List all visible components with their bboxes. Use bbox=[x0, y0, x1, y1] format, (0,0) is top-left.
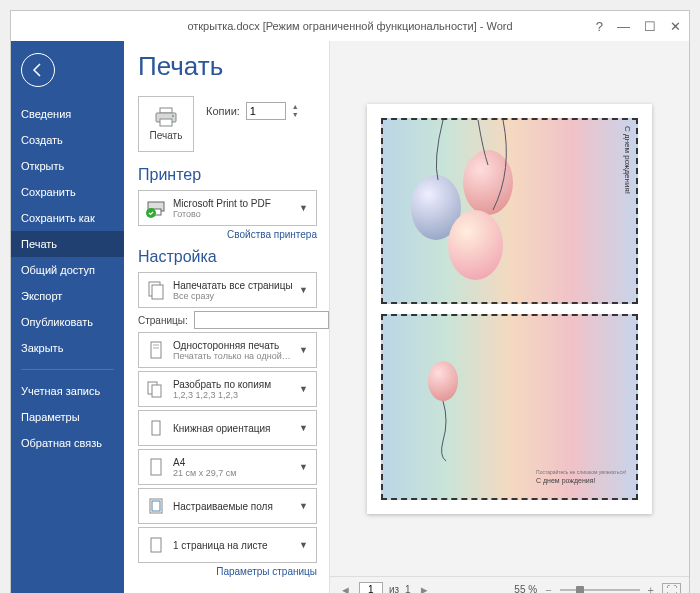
margins-dropdown[interactable]: Настраиваемые поля ▼ bbox=[138, 488, 317, 524]
maximize-icon[interactable]: ☐ bbox=[644, 19, 656, 34]
print-row: Печать Копии: ▲▼ bbox=[138, 96, 317, 152]
settings-section-title: Настройка bbox=[138, 248, 317, 266]
duplex-line1: Односторонняя печать bbox=[173, 340, 295, 351]
svg-rect-13 bbox=[152, 385, 161, 397]
sidebar-item-export[interactable]: Экспорт bbox=[11, 283, 124, 309]
copies-control: Копии: ▲▼ bbox=[206, 102, 299, 120]
body: Сведения Создать Открыть Сохранить Сохра… bbox=[11, 41, 689, 593]
chevron-down-icon: ▼ bbox=[295, 540, 312, 550]
sidebar-item-feedback[interactable]: Обратная связь bbox=[11, 430, 124, 456]
app-window: открытка.docx [Режим ограниченной функци… bbox=[10, 10, 690, 593]
prev-page-button[interactable]: ◄ bbox=[338, 584, 353, 594]
oneside-icon bbox=[145, 339, 167, 361]
duplex-dropdown[interactable]: Односторонняя печать Печатать только на … bbox=[138, 332, 317, 368]
copies-label: Копии: bbox=[206, 105, 240, 117]
svg-rect-8 bbox=[152, 285, 163, 299]
zoom-in-button[interactable]: + bbox=[646, 584, 656, 594]
svg-rect-18 bbox=[151, 538, 161, 552]
page-of-label: из bbox=[389, 584, 399, 593]
paper-size-line1: A4 bbox=[173, 457, 295, 468]
zoom-fit-button[interactable]: ⛶ bbox=[662, 583, 681, 594]
window-controls: ? — ☐ ✕ bbox=[596, 19, 681, 34]
sidebar-item-publish[interactable]: Опубликовать bbox=[11, 309, 124, 335]
card1-text: С днем рождения! bbox=[623, 126, 632, 194]
sidebar-item-close[interactable]: Закрыть bbox=[11, 335, 124, 361]
print-range-line2: Все сразу bbox=[173, 291, 295, 301]
page-total: 1 bbox=[405, 584, 411, 593]
card2-big-text: С днем рождения! bbox=[536, 477, 626, 484]
printer-icon bbox=[154, 107, 178, 127]
window-title: открытка.docx [Режим ограниченной функци… bbox=[187, 20, 512, 32]
sidebar-item-open[interactable]: Открыть bbox=[11, 153, 124, 179]
pages-icon bbox=[145, 279, 167, 301]
sidebar-item-print[interactable]: Печать bbox=[11, 231, 124, 257]
card-front: С днем рождения! bbox=[381, 118, 638, 304]
duplex-line2: Печатать только на одной… bbox=[173, 351, 295, 361]
chevron-down-icon: ▼ bbox=[295, 203, 312, 213]
ppp-icon bbox=[145, 534, 167, 556]
card2-text-block: Постарайтесь не слишком увлекаться! С дн… bbox=[536, 469, 626, 484]
collate-line2: 1,2,3 1,2,3 1,2,3 bbox=[173, 390, 295, 400]
settings-panel: Печать Печать Копии: ▲ bbox=[124, 41, 329, 593]
sidebar-item-options[interactable]: Параметры bbox=[11, 404, 124, 430]
zoom-slider[interactable] bbox=[560, 589, 640, 591]
printer-status: Готово bbox=[173, 209, 295, 219]
pages-row: Страницы: i bbox=[138, 311, 317, 329]
copies-spinner[interactable]: ▲▼ bbox=[292, 103, 299, 119]
zoom-out-button[interactable]: − bbox=[543, 584, 553, 594]
balloon-string-icon bbox=[441, 401, 451, 461]
paper-size-dropdown[interactable]: A4 21 см x 29,7 см ▼ bbox=[138, 449, 317, 485]
sidebar-item-save[interactable]: Сохранить bbox=[11, 179, 124, 205]
portrait-icon bbox=[145, 417, 167, 439]
svg-point-3 bbox=[172, 115, 174, 117]
back-arrow-icon bbox=[30, 62, 46, 78]
print-range-dropdown[interactable]: Напечатать все страницы Все сразу ▼ bbox=[138, 272, 317, 308]
collate-dropdown[interactable]: Разобрать по копиям 1,2,3 1,2,3 1,2,3 ▼ bbox=[138, 371, 317, 407]
chevron-down-icon: ▼ bbox=[295, 384, 312, 394]
printer-dropdown[interactable]: Microsoft Print to PDF Готово ▼ bbox=[138, 190, 317, 226]
sidebar-item-share[interactable]: Общий доступ bbox=[11, 257, 124, 283]
print-button-label: Печать bbox=[150, 130, 183, 141]
balloon-icon bbox=[428, 361, 458, 401]
chevron-down-icon: ▼ bbox=[295, 423, 312, 433]
sidebar-item-account[interactable]: Учетная запись bbox=[11, 378, 124, 404]
card2-small-text: Постарайтесь не слишком увлекаться! bbox=[536, 469, 626, 475]
back-button[interactable] bbox=[21, 53, 55, 87]
help-icon[interactable]: ? bbox=[596, 19, 603, 34]
page-setup-link[interactable]: Параметры страницы bbox=[138, 566, 317, 577]
pages-input[interactable] bbox=[194, 311, 329, 329]
next-page-button[interactable]: ► bbox=[417, 584, 432, 594]
orientation-line1: Книжная ориентация bbox=[173, 423, 295, 434]
copies-input[interactable] bbox=[246, 102, 286, 120]
pagespersheet-dropdown[interactable]: 1 страница на листе ▼ bbox=[138, 527, 317, 563]
preview-footer: ◄ из 1 ► 55 % − + ⛶ bbox=[330, 576, 689, 593]
collate-line1: Разобрать по копиям bbox=[173, 379, 295, 390]
ppp-line1: 1 страница на листе bbox=[173, 540, 295, 551]
svg-rect-2 bbox=[160, 119, 172, 126]
chevron-down-icon: ▼ bbox=[295, 501, 312, 511]
close-icon[interactable]: ✕ bbox=[670, 19, 681, 34]
paper-size-line2: 21 см x 29,7 см bbox=[173, 468, 295, 478]
card-back: Постарайтесь не слишком увлекаться! С дн… bbox=[381, 314, 638, 500]
svg-rect-15 bbox=[151, 459, 161, 475]
chevron-down-icon: ▼ bbox=[295, 345, 312, 355]
svg-rect-14 bbox=[152, 421, 160, 435]
page-title: Печать bbox=[138, 51, 317, 82]
printer-properties-link[interactable]: Свойства принтера bbox=[138, 229, 317, 240]
collate-icon bbox=[145, 378, 167, 400]
margins-icon bbox=[145, 495, 167, 517]
sidebar-item-saveas[interactable]: Сохранить как bbox=[11, 205, 124, 231]
orientation-dropdown[interactable]: Книжная ориентация ▼ bbox=[138, 410, 317, 446]
zoom-label: 55 % bbox=[514, 584, 537, 593]
pages-label: Страницы: bbox=[138, 315, 188, 326]
balloon-icon bbox=[448, 210, 503, 280]
minimize-icon[interactable]: — bbox=[617, 19, 630, 34]
sidebar-item-new[interactable]: Создать bbox=[11, 127, 124, 153]
page-preview: С днем рождения! Постарайтесь не слишком… bbox=[367, 104, 652, 514]
page-number-input[interactable] bbox=[359, 582, 383, 594]
print-range-line1: Напечатать все страницы bbox=[173, 280, 295, 291]
sidebar-item-info[interactable]: Сведения bbox=[11, 101, 124, 127]
print-button[interactable]: Печать bbox=[138, 96, 194, 152]
svg-point-6 bbox=[146, 208, 156, 218]
main-area: Печать Печать Копии: ▲ bbox=[124, 41, 689, 593]
